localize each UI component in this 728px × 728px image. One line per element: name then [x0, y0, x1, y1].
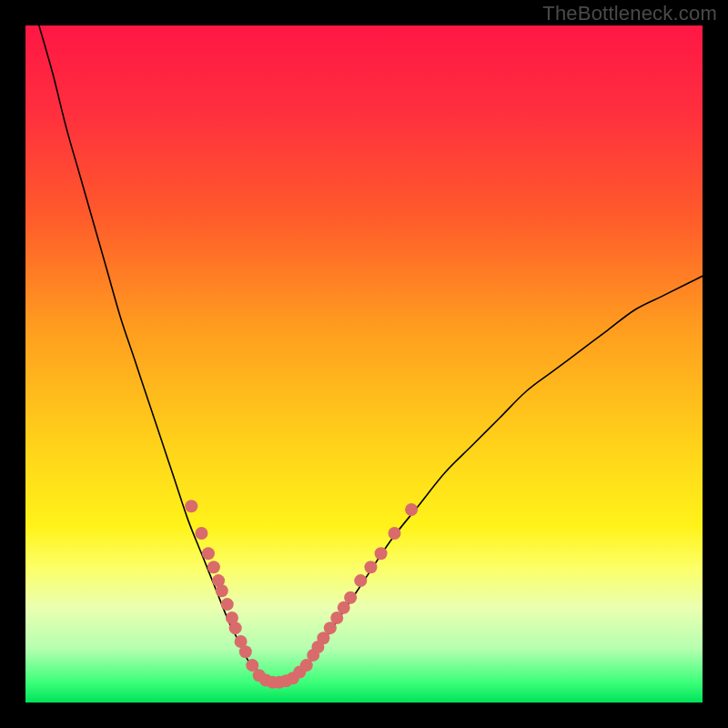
marker-dot — [216, 584, 228, 597]
gradient-background — [25, 25, 703, 703]
marker-dot — [229, 622, 242, 634]
marker-dot — [388, 527, 400, 540]
marker-dot — [202, 547, 215, 560]
marker-dot — [207, 561, 220, 573]
watermark-text: TheBottleneck.com — [542, 2, 717, 25]
chart-svg — [25, 25, 703, 703]
marker-dot — [239, 645, 252, 658]
marker-dot — [405, 503, 418, 516]
plot-area — [25, 25, 703, 703]
marker-dot — [364, 561, 377, 573]
marker-dot — [344, 592, 357, 604]
marker-dot — [195, 527, 207, 540]
chart-frame: TheBottleneck.com — [0, 0, 728, 728]
marker-dot — [354, 574, 367, 587]
marker-dot — [185, 500, 197, 512]
marker-dot — [375, 547, 388, 560]
marker-dot — [221, 598, 234, 611]
